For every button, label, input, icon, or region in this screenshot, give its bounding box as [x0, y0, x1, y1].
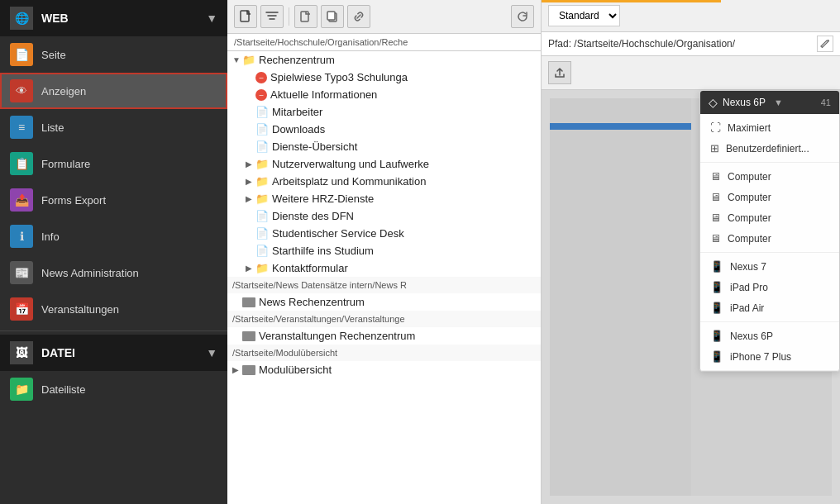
- copy-btn[interactable]: [321, 5, 344, 28]
- device-item-ipad-pro[interactable]: 📱 iPad Pro: [700, 277, 839, 297]
- computer-3-label: Computer: [728, 212, 771, 224]
- computer-4-label: Computer: [728, 233, 771, 245]
- web-section-icon: 🌐: [10, 7, 33, 30]
- veranst-label: Veranstaltungen: [41, 303, 119, 316]
- sidebar-item-news-administration[interactable]: 📰 News Administration: [0, 254, 227, 291]
- path-label: Pfad: /Startseite/Hochschule/Organisatio…: [548, 38, 735, 50]
- tree-item-spielwiese[interactable]: – Spielwiese Typo3 Schulunga: [227, 69, 541, 86]
- forms-export-label: Forms Export: [41, 194, 106, 207]
- device-item-computer-3[interactable]: 🖥 Computer: [700, 207, 839, 228]
- folder-arbeitsplatz-icon: 📁: [255, 175, 269, 188]
- sidebar-item-liste[interactable]: ≡ Liste: [0, 109, 227, 145]
- datei-section-label: DATEI: [41, 346, 75, 359]
- device-item-nexus6p[interactable]: 📱 Nexus 6P: [700, 326, 839, 346]
- tree-item-aktuelle[interactable]: – Aktuelle Informationen: [227, 86, 541, 103]
- toolbar-sep-1: [289, 7, 289, 26]
- sidebar-item-forms-export[interactable]: 📤 Forms Export: [0, 182, 227, 218]
- file-tree-toolbar: [227, 0, 541, 34]
- news-rechenzentrum-label: News Rechenzentrum: [259, 296, 365, 308]
- news-group-path: /Startseite/News Datensätze intern/News …: [227, 277, 541, 293]
- tree-container[interactable]: ▼ 📁 Rechenzentrum – Spielwiese Typo3 Sch…: [227, 51, 541, 504]
- mitarbeiter-label: Mitarbeiter: [272, 106, 322, 118]
- liste-label: Liste: [41, 121, 64, 134]
- filter-btn[interactable]: [260, 5, 284, 28]
- device-header-icon: ◇: [709, 96, 718, 109]
- expand-arbeitsplatz: ▶: [246, 177, 255, 186]
- error-spielwiese-icon: –: [255, 72, 267, 83]
- datei-section-header: 🖼 DATEI ▼: [0, 335, 227, 371]
- device-item-nexus7[interactable]: 📱 Nexus 7: [700, 256, 839, 277]
- device-item-computer-4[interactable]: 🖥 Computer: [700, 228, 839, 249]
- tree-item-kontaktformular[interactable]: ▶ 📁 Kontaktformular: [227, 259, 541, 277]
- page-icon-btn[interactable]: [294, 5, 317, 28]
- tree-item-weitere-hrz[interactable]: ▶ 📁 Weitere HRZ-Dienste: [227, 190, 541, 207]
- device-item-computer-2[interactable]: 🖥 Computer: [700, 187, 839, 207]
- tablet-ipadpro-icon: 📱: [710, 281, 723, 293]
- folder-nutzerverwaltung-icon: 📁: [255, 158, 269, 170]
- tree-item-studentischer[interactable]: 📄 Studentischer Service Desk: [227, 225, 541, 242]
- device-group-phone: 📱 Nexus 6P 📱 iPhone 7 Plus: [700, 322, 839, 371]
- tree-item-mitarbeiter[interactable]: 📄 Mitarbeiter: [227, 103, 541, 121]
- sidebar-item-info[interactable]: ℹ Info: [0, 218, 227, 254]
- nexus6p-label: Nexus 6P: [730, 330, 773, 342]
- device-item-iphone7plus[interactable]: 📱 iPhone 7 Plus: [700, 346, 839, 367]
- custom-icon: ⊞: [710, 142, 719, 155]
- device-item-benutzerdefiniert[interactable]: ⊞ Benutzerdefiniert...: [700, 138, 839, 159]
- seite-label: Seite: [41, 49, 66, 61]
- device-header-value: 41: [821, 97, 831, 107]
- sidebar-item-formulare[interactable]: 📋 Formulare: [0, 145, 227, 182]
- device-item-ipad-air[interactable]: 📱 iPad Air: [700, 297, 839, 318]
- starthilfe-label: Starthilfe ins Studium: [272, 245, 374, 257]
- tablet-ipadair-icon: 📱: [710, 302, 723, 314]
- link-btn[interactable]: [347, 5, 370, 28]
- dateiliste-icon: 📁: [10, 378, 33, 401]
- tree-item-dienste-dfn[interactable]: 📄 Dienste des DFN: [227, 207, 541, 225]
- tree-item-veranst-rechenzentrum[interactable]: Veranstaltungen Rechenzentrum: [227, 327, 541, 345]
- folder-kontakt-icon: 📁: [255, 262, 269, 274]
- web-section-header: 🌐 WEB ▼: [0, 0, 227, 36]
- device-header-arrow: ▼: [774, 97, 783, 107]
- sidebar-item-veranstaltungen[interactable]: 📅 Veranstaltungen: [0, 291, 227, 327]
- dateiliste-label: Dateiliste: [41, 383, 85, 396]
- modulubersicht-label: Modulübersicht: [259, 364, 332, 376]
- expand-kontakt: ▶: [246, 264, 255, 273]
- tree-item-rechenzentrum[interactable]: ▼ 📁 Rechenzentrum: [227, 51, 541, 69]
- folder-news-rz-icon: [242, 297, 255, 307]
- path-edit-btn[interactable]: [817, 36, 833, 52]
- device-item-computer-1[interactable]: 🖥 Computer: [700, 166, 839, 187]
- tree-item-nutzerverwaltung[interactable]: ▶ 📁 Nutzerverwaltung und Laufwerke: [227, 155, 541, 173]
- benutzerdefiniert-label: Benutzerdefiniert...: [726, 143, 809, 155]
- file-dfn-icon: 📄: [255, 210, 269, 222]
- downloads-label: Downloads: [272, 123, 325, 136]
- sidebar-item-dateiliste[interactable]: 📁 Dateiliste: [0, 371, 227, 407]
- tree-item-dienste-ubersicht[interactable]: 📄 Dienste-Übersicht: [227, 138, 541, 155]
- ipad-pro-label: iPad Pro: [730, 282, 768, 293]
- file-mitarbeiter-icon: 📄: [255, 106, 269, 118]
- svg-rect-3: [327, 12, 335, 20]
- sidebar-item-seite[interactable]: 📄 Seite: [0, 36, 227, 73]
- refresh-btn[interactable]: [511, 5, 534, 28]
- veranst-group-path: /Startseite/Veranstaltungen/Veranstaltun…: [227, 311, 541, 327]
- tree-item-arbeitsplatz[interactable]: ▶ 📁 Arbeitsplatz und Kommunikation: [227, 173, 541, 190]
- expand-modul: ▶: [232, 365, 242, 374]
- phone-nexus6p-icon: 📱: [710, 330, 723, 342]
- tree-item-downloads[interactable]: 📄 Downloads: [227, 121, 541, 138]
- tree-item-starthilfe[interactable]: 📄 Starthilfe ins Studium: [227, 242, 541, 259]
- tree-item-news-rechenzentrum[interactable]: News Rechenzentrum: [227, 293, 541, 311]
- device-item-maximiert[interactable]: ⛶ Maximiert: [700, 117, 839, 138]
- file-dienste-icon: 📄: [255, 140, 269, 153]
- modul-group-path: /Startseite/Modulübersicht: [227, 345, 541, 361]
- sidebar-item-anzeigen[interactable]: 👁 Anzeigen: [0, 73, 227, 109]
- preview-share-btn[interactable]: [548, 61, 571, 84]
- phone-iphone7-icon: 📱: [710, 350, 723, 363]
- spielwiese-label: Spielwiese Typo3 Schulunga: [270, 71, 408, 83]
- maximiert-label: Maximiert: [728, 122, 771, 134]
- anzeigen-icon: 👁: [10, 79, 33, 102]
- tree-item-modulubersicht[interactable]: ▶ Modulübersicht: [227, 361, 541, 378]
- new-page-btn[interactable]: [234, 5, 257, 28]
- datei-arrow: ▼: [206, 346, 217, 359]
- main-content: /Startseite/Hochschule/Organisation/Rech…: [227, 0, 840, 504]
- standard-dropdown[interactable]: Standard: [548, 5, 620, 26]
- aktuelle-label: Aktuelle Informationen: [270, 88, 377, 101]
- preview-panel: Standard Pfad: /Startseite/Hochschule/Or…: [542, 0, 840, 504]
